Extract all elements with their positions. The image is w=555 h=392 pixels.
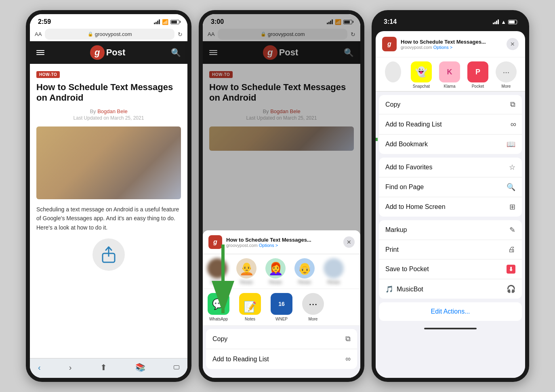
whatsapp-icon-2: 💬 — [208, 293, 229, 315]
share-url-2: groovypost.com Options > — [226, 243, 339, 248]
lock-icon-1: 🔒 — [88, 32, 93, 37]
app-klarna-3[interactable]: K Klarna — [435, 61, 464, 89]
menu-favorites-icon-3: ☆ — [509, 163, 515, 172]
avatar-item-4[interactable]: 👴 Person — [290, 258, 319, 285]
share-options-link-2[interactable]: Options > — [259, 243, 278, 248]
action-list-2: Copy ⧉ Add to Reading List ∞ — [206, 329, 357, 369]
menu-section-2: Add to Favorites ☆ Find on Page 🔍 Add to… — [379, 158, 522, 217]
share-sheet-title-3: How to Schedule Text Messages... — [401, 39, 502, 45]
bottom-nav-1: ‹ › ⬆ 📚 — [30, 358, 187, 378]
menu-home-screen-label-3: Add to Home Screen — [385, 203, 446, 211]
share-title-block-3: How to Schedule Text Messages... groovyp… — [401, 39, 502, 50]
author-prefix-1: By — [90, 108, 97, 114]
reading-list-action-2[interactable]: Add to Reading List ∞ — [206, 349, 357, 369]
share-close-3[interactable]: ✕ — [507, 38, 519, 50]
share-apps-row-3: 👻 Snapchat K Klarna P Pocket ··· — [376, 57, 525, 91]
menu-print-label-3: Print — [385, 246, 399, 253]
notes-icon-2: 📝 — [239, 293, 261, 315]
author-name-1[interactable]: Bogdan Bele — [97, 108, 127, 114]
back-button-1[interactable]: ‹ — [38, 363, 41, 372]
avatar-item-2[interactable]: 🧑‍🦲 Person — [232, 258, 261, 285]
author-line-1: By Bogdan Bele — [36, 108, 181, 114]
bookmarks-button-1[interactable]: 📚 — [135, 362, 145, 372]
menu-pocket-icon-3: ⬇ — [507, 265, 515, 274]
menu-reading-list-3[interactable]: Add to Reading List ∞ — [379, 114, 522, 135]
share-nav-button-1[interactable]: ⬆ — [100, 362, 107, 372]
avatar-item-1[interactable]: Person — [203, 258, 232, 285]
menu-markup-label-3: Markup — [385, 226, 407, 234]
menu-reading-list-icon-3: ∞ — [511, 120, 515, 129]
nav-bar-1: g Post 🔍 — [30, 41, 187, 64]
refresh-icon-1[interactable]: ↻ — [178, 31, 183, 38]
edit-actions-3[interactable]: Edit Actions... — [379, 302, 522, 321]
share-close-2[interactable]: ✕ — [343, 236, 355, 248]
menu-pocket-label-3: Save to Pocket — [385, 266, 429, 273]
menu-find-3[interactable]: Find on Page 🔍 — [379, 177, 522, 197]
share-sheet-2: g How to Schedule Text Messages... groov… — [203, 14, 360, 378]
share-favicon-3: g — [382, 37, 397, 51]
address-bar-1: AA 🔒 groovypost.com ↻ — [30, 27, 187, 41]
share-sheet-title-2: How to Schedule Text Messages... — [226, 237, 339, 243]
klarna-icon-3: K — [439, 61, 460, 82]
menu-pocket-3[interactable]: Save to Pocket ⬇ — [379, 259, 522, 279]
search-icon-1[interactable]: 🔍 — [171, 48, 181, 57]
avatar-item-3[interactable]: 👩‍🦰 Person — [261, 258, 290, 285]
menu-copy-3[interactable]: Copy ⧉ — [379, 95, 522, 114]
snapchat-label-3: Snapchat — [413, 84, 430, 89]
article-body-1: Scheduling a text message on Android is … — [36, 205, 181, 232]
more2-icon-3: ··· — [496, 61, 517, 82]
hamburger-icon-1[interactable] — [36, 50, 44, 55]
more2-label-3: More — [502, 84, 511, 89]
url-bar-1[interactable]: 🔒 groovypost.com — [45, 29, 174, 40]
date-line-1: Last Updated on March 25, 2021 — [36, 115, 181, 121]
reading-list-icon-2: ∞ — [345, 355, 351, 363]
full-share-panel-3: g How to Schedule Text Messages... groov… — [376, 31, 525, 378]
app-whatsapp-2[interactable]: 💬 WhatsApp — [203, 293, 234, 321]
app-more-2[interactable]: ··· More — [297, 293, 329, 321]
share-header-2: g How to Schedule Text Messages... groov… — [203, 230, 360, 254]
share-sheet-panel-2: g How to Schedule Text Messages... groov… — [203, 230, 360, 378]
phone-1: 2:59 📶 AA 🔒 — [26, 10, 191, 382]
battery-icon-3 — [508, 20, 517, 24]
logo-post-1: Post — [106, 47, 126, 58]
apps-row-2: 💬 WhatsApp 📝 Notes 16 WNEP ··· — [203, 289, 360, 326]
app-notes-2[interactable]: 📝 Notes — [234, 293, 266, 321]
app-snapchat-3[interactable]: 👻 Snapchat — [407, 61, 435, 89]
full-menu-list-3: Copy ⧉ Add to Reading List ∞ Add Bookmar… — [376, 92, 525, 378]
phone-2: 3:00 📶 AA 🔒 — [199, 10, 364, 382]
app-wnep-2[interactable]: 16 WNEP — [266, 293, 297, 321]
menu-markup-3[interactable]: Markup ✎ — [379, 220, 522, 240]
aa-text-1[interactable]: AA — [35, 31, 42, 37]
klarna-label-3: Klarna — [444, 84, 456, 89]
share-button-1[interactable] — [92, 238, 125, 271]
app-partial-3[interactable] — [379, 61, 407, 89]
copy-icon-2: ⧉ — [345, 335, 351, 343]
logo-g-1: g — [90, 45, 105, 60]
article-image-1 — [36, 126, 181, 199]
avatar-item-5[interactable]: Person — [319, 258, 348, 285]
forward-button-1[interactable]: › — [69, 363, 72, 372]
partial-icon-3 — [385, 61, 401, 82]
menu-find-icon-3: 🔍 — [507, 183, 515, 192]
how-to-badge-1: HOW-TO — [36, 71, 60, 78]
copy-label-2: Copy — [212, 335, 227, 343]
menu-musicbot-3[interactable]: 🎵MusicBot 🎧 — [379, 279, 522, 299]
menu-bookmark-3[interactable]: Add Bookmark 📖 — [379, 135, 522, 154]
menu-favorites-3[interactable]: Add to Favorites ☆ — [379, 158, 522, 177]
menu-reading-list-label-3: Add to Reading List — [385, 121, 442, 128]
tabs-button-1[interactable] — [174, 365, 179, 369]
copy-action-2[interactable]: Copy ⧉ — [206, 329, 357, 349]
home-indicator-3 — [424, 328, 477, 329]
app-pocket-3[interactable]: P Pocket — [464, 61, 492, 89]
wnep-label-2: WNEP — [275, 317, 288, 321]
more-icon-2: ··· — [302, 293, 324, 315]
share-title-block-2: How to Schedule Text Messages... groovyp… — [226, 237, 339, 248]
menu-home-screen-3[interactable]: Add to Home Screen ⊞ — [379, 197, 522, 217]
menu-musicbot-icon-3: 🎧 — [507, 285, 515, 293]
whatsapp-label-2: WhatsApp — [209, 317, 228, 321]
share-options-link-3[interactable]: Options > — [433, 45, 452, 50]
signal-icon-3 — [493, 19, 499, 24]
menu-print-3[interactable]: Print 🖨 — [379, 240, 522, 259]
menu-musicbot-label-3: 🎵MusicBot — [385, 285, 423, 293]
app-more2-3[interactable]: ··· More — [492, 61, 520, 89]
